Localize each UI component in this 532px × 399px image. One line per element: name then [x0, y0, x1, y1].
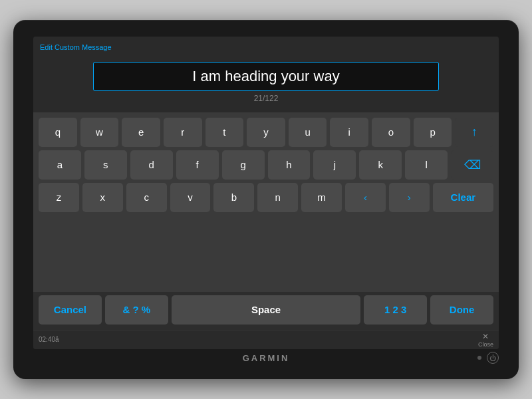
key-f[interactable]: f [176, 150, 219, 180]
device-bottom: GARMIN ⏻ [33, 353, 499, 363]
backspace-key[interactable]: ⌫ [451, 150, 493, 180]
done-button[interactable]: Done [430, 295, 493, 325]
char-count: 21/122 [254, 94, 279, 103]
bottom-row: Cancel & ? % Space 1 2 3 Done [33, 292, 499, 330]
key-z[interactable]: z [39, 183, 79, 212]
key-j[interactable]: j [313, 150, 356, 180]
key-m[interactable]: m [301, 183, 342, 212]
close-label: Close [478, 341, 493, 348]
left-arrow-key[interactable]: ‹ [345, 183, 386, 212]
message-input[interactable] [93, 62, 439, 91]
time-display: 02:40å [39, 336, 59, 343]
input-area: 21/122 [33, 55, 499, 107]
close-icon: ✕ [482, 332, 489, 341]
key-x[interactable]: x [82, 183, 123, 212]
screen: Edit Custom Message 21/122 q w e r t y u… [33, 37, 499, 349]
power-button[interactable]: ⏻ [487, 352, 499, 364]
shift-key[interactable]: ↑ [455, 118, 493, 147]
key-o[interactable]: o [372, 118, 410, 147]
key-r[interactable]: r [164, 118, 202, 147]
status-bar: 02:40å ✕ Close [33, 330, 499, 349]
key-s[interactable]: s [84, 150, 127, 180]
cancel-button[interactable]: Cancel [39, 295, 102, 325]
key-t[interactable]: t [205, 118, 244, 147]
key-g[interactable]: g [222, 150, 265, 180]
clear-key[interactable]: Clear [433, 183, 493, 212]
symbols-button[interactable]: & ? % [105, 295, 168, 325]
keyboard-row-2: a s d f g h j k l ⌫ [39, 150, 493, 180]
keyboard-row-1: q w e r t y u i o p ↑ [39, 118, 493, 147]
key-y[interactable]: y [247, 118, 285, 147]
keyboard-area: q w e r t y u i o p ↑ a s d f g h j [33, 112, 499, 292]
screen-title: Edit Custom Message [40, 43, 112, 51]
title-bar: Edit Custom Message [33, 37, 499, 55]
keyboard-row-3: z x c v b n m ‹ › Clear [39, 183, 493, 212]
close-button[interactable]: ✕ Close [478, 332, 493, 348]
garmin-logo: GARMIN [243, 353, 290, 363]
key-c[interactable]: c [126, 183, 167, 212]
right-arrow-key[interactable]: › [389, 183, 430, 212]
key-e[interactable]: e [122, 118, 160, 147]
key-h[interactable]: h [268, 150, 311, 180]
status-dot [477, 356, 481, 360]
device-icons: ⏻ [477, 352, 499, 364]
key-p[interactable]: p [414, 118, 452, 147]
space-button[interactable]: Space [172, 295, 361, 325]
key-b[interactable]: b [213, 183, 254, 212]
key-i[interactable]: i [330, 118, 368, 147]
key-w[interactable]: w [80, 118, 119, 147]
key-a[interactable]: a [39, 150, 81, 180]
key-d[interactable]: d [130, 150, 173, 180]
numbers-button[interactable]: 1 2 3 [364, 295, 427, 325]
key-v[interactable]: v [170, 183, 211, 212]
key-k[interactable]: k [359, 150, 402, 180]
key-q[interactable]: q [39, 118, 77, 147]
key-u[interactable]: u [289, 118, 327, 147]
key-l[interactable]: l [405, 150, 448, 180]
garmin-device: Edit Custom Message 21/122 q w e r t y u… [13, 20, 519, 379]
key-n[interactable]: n [257, 183, 298, 212]
